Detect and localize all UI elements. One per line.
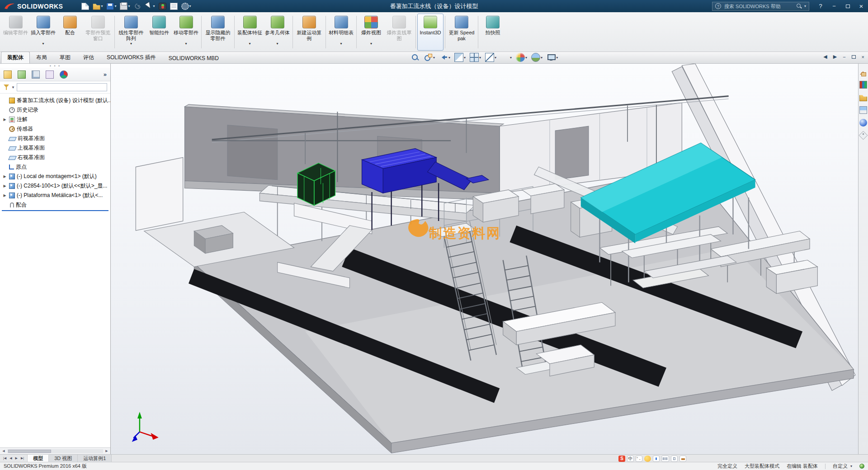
dropdown-caret-icon[interactable]: ▾ bbox=[42, 42, 44, 46]
search-input[interactable] bbox=[723, 3, 794, 9]
scrollbar-thumb[interactable] bbox=[8, 450, 51, 453]
sogou-logo-icon[interactable]: S bbox=[618, 456, 625, 462]
dropdown-caret-icon[interactable]: ▾ bbox=[189, 4, 191, 8]
panel-expand-chevron[interactable]: » bbox=[104, 71, 107, 78]
file-explorer-tab[interactable] bbox=[859, 94, 867, 101]
dropdown-caret-icon[interactable]: ▾ bbox=[495, 56, 496, 60]
dropdown-caret-icon[interactable]: ▾ bbox=[525, 56, 527, 60]
clipboard-icon[interactable] bbox=[671, 456, 678, 462]
dropdown-caret-icon[interactable]: ▾ bbox=[340, 42, 342, 46]
graphics-area[interactable]: 制造资料网 bbox=[111, 64, 858, 454]
filter-funnel-icon[interactable] bbox=[3, 84, 9, 90]
ribbon-bill-of-materials[interactable]: 材料明细表▾ bbox=[327, 14, 355, 51]
scroll-right-icon[interactable]: ▶ bbox=[104, 449, 109, 453]
tree-item-component-local-de-montagem[interactable]: ▶(-) Local de montagem<1> (默认) bbox=[0, 172, 110, 181]
expand-arrow-icon[interactable]: ▶ bbox=[2, 193, 7, 197]
ribbon-new-motion-study[interactable]: 新建运动算例 bbox=[294, 14, 324, 51]
tab-sw-mbd[interactable]: SOLIDWORKS MBD bbox=[162, 53, 225, 63]
expand-arrow-icon[interactable]: ▶ bbox=[2, 174, 7, 179]
dropdown-caret-icon[interactable]: ▾ bbox=[276, 42, 278, 46]
apply-scene-button[interactable]: ▾ bbox=[531, 53, 542, 62]
dropdown-caret-icon[interactable]: ▾ bbox=[541, 56, 542, 60]
edit-appearance-button[interactable]: ▾ bbox=[516, 53, 527, 62]
ribbon-exploded-view[interactable]: 爆炸视图▾ bbox=[358, 14, 384, 51]
tree-item-assembly-root[interactable]: 番薯加工流水线 (设备) 设计模型 (默认... bbox=[0, 96, 110, 105]
dropdown-caret-icon[interactable]: ▾ bbox=[433, 56, 435, 60]
tab-layout[interactable]: 布局 bbox=[30, 52, 53, 63]
dimxpert-manager-tab[interactable] bbox=[46, 70, 54, 79]
resources-tab[interactable] bbox=[859, 68, 867, 76]
file-properties-button[interactable] bbox=[169, 2, 179, 11]
tab-evaluate[interactable]: 评估 bbox=[77, 52, 100, 63]
close-button[interactable]: × bbox=[854, 0, 868, 12]
tree-item-top-plane[interactable]: 上视基准面 bbox=[0, 143, 110, 153]
dropdown-caret-icon[interactable]: ▾ bbox=[128, 4, 130, 8]
dropdown-caret-icon[interactable]: ▾ bbox=[249, 42, 250, 46]
search-caret-icon[interactable]: ▾ bbox=[804, 4, 806, 8]
search-icon[interactable] bbox=[796, 3, 802, 9]
filter-caret-icon[interactable]: ▼ bbox=[11, 85, 15, 89]
next-tab-button[interactable]: ▶ bbox=[14, 456, 19, 460]
options-button[interactable]: ▾ bbox=[180, 2, 193, 11]
dropdown-caret-icon[interactable]: ▾ bbox=[114, 4, 116, 8]
property-manager-tab[interactable] bbox=[18, 70, 26, 79]
display-manager-tab[interactable] bbox=[60, 70, 68, 79]
tree-item-component-c2854-100[interactable]: ▶(-) C2854-100<1> (默认<<默认>_显... bbox=[0, 181, 110, 191]
punctuation-icon[interactable]: °， bbox=[636, 456, 642, 462]
tree-item-right-plane[interactable]: 右视基准面 bbox=[0, 153, 110, 162]
tab-assembly[interactable]: 装配体 bbox=[1, 52, 30, 63]
help-search-box[interactable]: ? ▾ bbox=[712, 2, 809, 11]
tree-item-history[interactable]: 历史记录 bbox=[0, 105, 110, 115]
emoji-icon[interactable] bbox=[644, 456, 651, 462]
tree-item-front-plane[interactable]: 前视基准面 bbox=[0, 134, 110, 143]
ribbon-linear-component-pattern[interactable]: 线性零部件阵列▾ bbox=[116, 14, 146, 51]
customize-button[interactable]: 自定义 bbox=[833, 463, 848, 470]
help-sphere-icon[interactable] bbox=[859, 464, 864, 469]
scrollbar-track[interactable] bbox=[7, 449, 103, 453]
next-window-button[interactable]: ▶ bbox=[833, 54, 837, 60]
tree-item-sensors[interactable]: 传感器 bbox=[0, 124, 110, 134]
hide-show-items-button[interactable]: ▾ bbox=[500, 53, 512, 62]
tree-filter-input[interactable] bbox=[17, 83, 107, 91]
tab-sketch[interactable]: 草图 bbox=[53, 52, 77, 63]
expand-arrow-icon[interactable]: ▶ bbox=[2, 118, 7, 122]
restore-button[interactable] bbox=[841, 0, 854, 12]
tree-item-annotations[interactable]: ▶注解 bbox=[0, 115, 110, 124]
ribbon-update-speedpak[interactable]: 更新 Speedpak bbox=[447, 14, 476, 51]
previous-tab-button[interactable]: ◀ bbox=[8, 456, 13, 460]
dropdown-caret-icon[interactable]: ▾ bbox=[556, 56, 558, 60]
help-button[interactable]: ? bbox=[814, 0, 827, 12]
input-mode-icon[interactable]: 中 bbox=[627, 456, 634, 462]
configuration-manager-tab[interactable] bbox=[32, 70, 40, 79]
toolbox-icon[interactable] bbox=[679, 456, 686, 462]
save-button[interactable]: ▾ bbox=[105, 2, 118, 11]
tree-item-component-plataforma-metalica[interactable]: ▶(-) Plataforma Metálica<1> (默认<... bbox=[0, 191, 110, 200]
feature-manager-tab[interactable] bbox=[4, 70, 12, 79]
customize-caret-icon[interactable]: ▾ bbox=[850, 464, 852, 468]
expand-arrow-icon[interactable]: ▶ bbox=[2, 184, 7, 188]
dropdown-caret-icon[interactable]: ▾ bbox=[479, 56, 481, 60]
doc-tab-3d-views[interactable]: 3D 视图 bbox=[49, 455, 78, 462]
doc-tab-model[interactable]: 模型 bbox=[28, 455, 49, 462]
last-tab-button[interactable]: ▶| bbox=[19, 456, 25, 460]
scroll-left-icon[interactable]: ◀ bbox=[1, 449, 6, 453]
zoom-area-button[interactable]: ▾ bbox=[424, 53, 435, 62]
panel-splitter-grip[interactable]: • • • bbox=[0, 64, 110, 68]
dropdown-caret-icon[interactable]: ▾ bbox=[370, 42, 372, 46]
ribbon-move-component[interactable]: 移动零部件▾ bbox=[172, 14, 200, 51]
view-palette-tab[interactable] bbox=[859, 106, 867, 114]
mic-icon[interactable] bbox=[653, 456, 660, 462]
appearances-tab[interactable] bbox=[859, 119, 867, 127]
tree-item-mates[interactable]: 配合 bbox=[0, 200, 110, 210]
panel-h-scrollbar[interactable]: ◀ ▶ bbox=[0, 447, 110, 454]
dropdown-caret-icon[interactable]: ▾ bbox=[448, 56, 450, 60]
print-button[interactable]: ▾ bbox=[118, 2, 131, 11]
minimize-doc-button[interactable]: − bbox=[843, 54, 845, 60]
rebuild-button[interactable] bbox=[157, 2, 168, 11]
dropdown-caret-icon[interactable]: ▾ bbox=[153, 4, 155, 8]
orientation-triad[interactable] bbox=[132, 412, 159, 442]
ribbon-take-snapshot[interactable]: 拍快照 bbox=[480, 14, 506, 51]
dropdown-caret-icon[interactable]: ▾ bbox=[464, 56, 466, 60]
assembly-3d-view[interactable]: 制造资料网 bbox=[111, 64, 858, 454]
new-file-button[interactable] bbox=[80, 2, 90, 11]
